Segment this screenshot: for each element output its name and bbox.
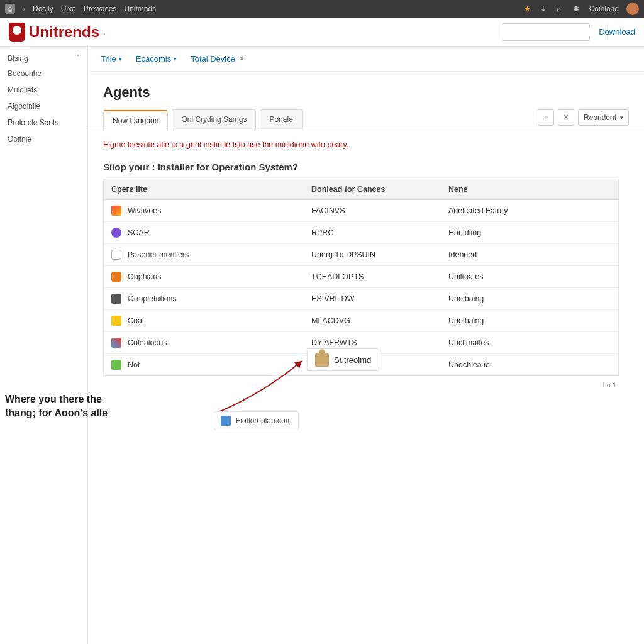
os-name: Colealoons xyxy=(128,338,167,347)
notification-icon[interactable]: ★ xyxy=(524,4,533,13)
download-cell: Unerg 1b DPSUIN xyxy=(304,245,441,265)
clear-button[interactable]: ✕ xyxy=(558,109,574,126)
sidebar-item[interactable]: Aigodinile xyxy=(0,98,87,114)
app-icon: ⎙ xyxy=(5,4,15,14)
table-row[interactable]: OrmpletutionsESIVRL DWUnolbaing xyxy=(104,288,618,310)
chevron-down-icon: ▾ xyxy=(119,56,122,62)
close-icon: ✕ xyxy=(563,113,569,122)
brand-dot: . xyxy=(103,27,106,36)
column-header[interactable]: Nene xyxy=(441,179,618,199)
chevron-up-icon: ˄ xyxy=(76,54,80,63)
brand-header: Unitrends. ⌕ Download xyxy=(0,18,644,47)
table-row[interactable]: SCARRPRCHanldiing xyxy=(104,222,618,244)
status-cell: Unolbaing xyxy=(441,311,618,331)
breadcrumb-label: Total Device xyxy=(191,54,235,64)
os-name: Pasener menliers xyxy=(128,250,189,259)
status-cell: Unolbaing xyxy=(441,289,618,309)
status-cell: Unclimatles xyxy=(441,333,618,353)
file-chip[interactable]: Fiotloreplab.com xyxy=(214,411,299,430)
filter-button[interactable]: ≡ xyxy=(538,109,554,126)
os-icon xyxy=(111,272,121,282)
tooltip-callout: Sutreoimd xyxy=(307,348,379,371)
status-cell: Idenned xyxy=(441,245,618,265)
file-label: Fiotloreplab.com xyxy=(236,416,292,425)
table-header: Cpere lite Donlead for Cances Nene xyxy=(104,179,618,200)
breadcrumb-bar: Trile ▾ Ecacomls ▾ Total Device ✕ xyxy=(88,47,644,72)
sidebar-item[interactable]: Muldliets xyxy=(0,82,87,98)
table-row[interactable]: OophiansTCEADLOPTSUniltoates xyxy=(104,266,618,288)
os-icon xyxy=(111,294,121,304)
pagination[interactable]: I o 1 xyxy=(103,376,619,394)
download-cell: MLACDVG xyxy=(304,311,441,331)
main-content: Trile ▾ Ecacomls ▾ Total Device ✕ Agents… xyxy=(88,47,644,644)
sidebar-item[interactable]: Becoonhe xyxy=(0,65,87,82)
settings-icon[interactable]: ✱ xyxy=(573,4,582,13)
notice-text: Eigme leesinte alle io a gent instintle … xyxy=(103,140,629,149)
os-icon xyxy=(111,316,121,326)
brand-logo[interactable]: Unitrends. xyxy=(9,23,106,42)
status-cell: Adelcated Fatury xyxy=(441,201,618,221)
brand-name: Unitrends xyxy=(29,23,99,41)
table-row[interactable]: Pasener menliersUnerg 1b DPSUINIdenned xyxy=(104,244,618,266)
os-name: Ormpletutions xyxy=(128,294,177,303)
dropdown-label: Reprident xyxy=(584,113,616,122)
column-header[interactable]: Cpere lite xyxy=(104,179,304,199)
sidebar-item[interactable]: Ooitnje xyxy=(0,131,87,147)
download-cell: FACINVS xyxy=(304,201,441,221)
callout-label: Sutreoimd xyxy=(334,355,371,365)
user-avatar[interactable] xyxy=(626,3,639,15)
table-row[interactable]: WivtivoesFACINVSAdelcated Fatury xyxy=(104,200,618,222)
chevron-down-icon: ▾ xyxy=(174,56,177,62)
topbar-item[interactable]: Uixe xyxy=(61,4,76,13)
sidebar-header-label: Blsing xyxy=(8,54,28,63)
breadcrumb-item[interactable]: Trile ▾ xyxy=(101,54,122,64)
download-link[interactable]: Download xyxy=(599,27,635,36)
os-icon xyxy=(111,206,121,216)
tab-new-installation[interactable]: Now I:sngoon xyxy=(103,110,168,130)
search-input[interactable] xyxy=(502,28,607,36)
breadcrumb-label: Trile xyxy=(101,54,116,64)
download-cell: TCEADLOPTS xyxy=(304,267,441,287)
os-name: Coal xyxy=(128,316,144,325)
topbar-item[interactable]: Doclly xyxy=(33,4,53,13)
os-topbar: ⎙ › Doclly Uixe Prewaces Unitmnds ★ ⇣ ⌕ … xyxy=(0,0,644,18)
breadcrumb-label: Ecacomls xyxy=(136,54,171,64)
download-cell: ESIVRL DW xyxy=(304,289,441,309)
filter-icon: ≡ xyxy=(543,113,548,122)
tab-list: Now I:sngoon Onl Cryding Samgs Ponale xyxy=(103,109,303,130)
header-search[interactable]: ⌕ xyxy=(502,23,590,41)
sidebar-item[interactable]: Prolorcle Sants xyxy=(0,114,87,131)
installer-table: Cpere lite Donlead for Cances Nene Wivti… xyxy=(103,179,619,376)
breadcrumb-item[interactable]: Total Device ✕ xyxy=(191,54,245,64)
page-title: Agents xyxy=(88,72,644,109)
topbar-item[interactable]: Unitmnds xyxy=(124,4,156,13)
topbar-item[interactable]: Prewaces xyxy=(84,4,117,13)
os-icon xyxy=(111,228,121,238)
sidebar-section-header[interactable]: Blsing ˄ xyxy=(0,52,87,65)
os-name: Wivtivoes xyxy=(128,206,161,215)
sort-dropdown[interactable]: Reprident ▾ xyxy=(578,109,629,126)
download-icon[interactable]: ⇣ xyxy=(540,4,549,13)
os-icon xyxy=(111,250,121,260)
os-icon xyxy=(111,338,121,348)
file-icon xyxy=(221,416,231,426)
search-icon[interactable]: ⌕ xyxy=(557,4,565,13)
breadcrumb-item[interactable]: Ecacomls ▾ xyxy=(136,54,177,64)
status-cell: Hanldiing xyxy=(441,223,618,243)
table-row[interactable]: CoalMLACDVGUnolbaing xyxy=(104,310,618,332)
topbar-download-label[interactable]: Coinload xyxy=(589,4,619,13)
status-cell: Uniltoates xyxy=(441,267,618,287)
chevron-down-icon: ▾ xyxy=(620,114,623,121)
status-cell: Undchlea ie xyxy=(441,355,618,375)
tab-panel[interactable]: Ponale xyxy=(260,109,302,130)
tab-settings[interactable]: Onl Cryding Samgs xyxy=(172,109,256,130)
os-name: Not xyxy=(128,360,140,369)
separator: › xyxy=(23,4,25,13)
os-name: SCAR xyxy=(128,228,150,237)
close-icon[interactable]: ✕ xyxy=(239,55,245,63)
shield-icon xyxy=(9,23,25,42)
column-header[interactable]: Donlead for Cances xyxy=(304,179,441,199)
download-cell: RPRC xyxy=(304,223,441,243)
section-heading: Silop your : Installer for Operation Sys… xyxy=(103,162,629,172)
sidebar: Blsing ˄ Becoonhe Muldliets Aigodinile P… xyxy=(0,47,88,644)
